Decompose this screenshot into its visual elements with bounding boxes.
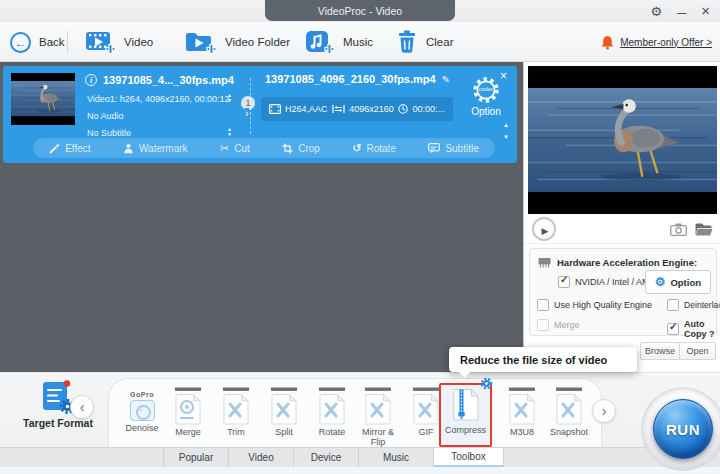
deinterlacing-row: Deinterlacing: [667, 299, 720, 311]
tool-trim[interactable]: Trim: [213, 385, 259, 437]
duration-chip: 00:00:...: [398, 104, 445, 114]
tool-mirror-flip[interactable]: Mirror & Flip: [355, 385, 401, 448]
open-folder-icon[interactable]: [695, 223, 713, 236]
codec-chip: H264,AAC: [269, 104, 328, 114]
video-track-info: Video1: h264, 4096x2160, 00:00:12: [87, 94, 229, 104]
tab-rotate[interactable]: Rotate: [352, 142, 396, 155]
bottom-tab-bar: Popular Video Device Music Toolbox: [0, 447, 720, 467]
window-title: VideoProc - Video: [265, 0, 455, 21]
tool-split-label: Split: [261, 427, 307, 437]
tool-merge[interactable]: Merge: [165, 385, 211, 437]
back-label: Back: [39, 36, 65, 48]
tab-effect[interactable]: Effect: [49, 143, 90, 154]
bottom-edge-strip: [0, 467, 720, 474]
tab-cut[interactable]: Cut: [220, 142, 250, 155]
subtitle-track-selector-icon[interactable]: ▲▼: [227, 127, 232, 136]
window-controls: [651, 0, 710, 22]
rename-pencil-icon[interactable]: [442, 73, 450, 85]
duration-value: 00:00:...: [412, 104, 445, 114]
member-offer-label: Member-only Offer >: [620, 37, 712, 48]
speech-bubble-icon: [428, 143, 440, 154]
open-button[interactable]: Open: [680, 342, 716, 360]
tab-effect-label: Effect: [65, 143, 90, 154]
play-button[interactable]: [532, 217, 556, 241]
codec-option-button[interactable]: codec Option: [455, 75, 517, 117]
tool-split[interactable]: Split: [261, 385, 307, 437]
merge-checkbox[interactable]: [537, 319, 549, 331]
tools-scroll-left-button[interactable]: [70, 395, 94, 419]
scroll-down-icon[interactable]: ▼: [503, 134, 509, 140]
codec-option-label: Option: [455, 106, 517, 117]
file-name-short: 13971085_4..._30fps.mp4: [103, 74, 234, 86]
option-gear-icon: [655, 275, 666, 289]
tab-subtitle[interactable]: Subtitle: [428, 143, 478, 154]
tab-bar-spacer: [0, 448, 164, 467]
file-name-full: 13971085_4096_2160_30fps.mp4: [265, 73, 436, 85]
file-name-short-row: i 13971085_4..._30fps.mp4: [85, 74, 234, 86]
media-item[interactable]: i 13971085_4..._30fps.mp4 Video1: h264, …: [3, 66, 517, 163]
gpu-checkbox[interactable]: [558, 276, 570, 288]
titlebar: VideoProc - Video: [0, 0, 720, 22]
deinterlacing-checkbox[interactable]: [667, 299, 679, 311]
close-icon[interactable]: [701, 3, 710, 19]
tab-popular[interactable]: Popular: [164, 448, 229, 467]
add-music-button[interactable]: Music: [305, 22, 373, 62]
tool-denoise[interactable]: GoPro Denoise: [119, 391, 165, 433]
settings-gear-icon[interactable]: [651, 3, 663, 19]
info-icon[interactable]: i: [85, 74, 97, 86]
tab-watermark-label: Watermark: [139, 143, 188, 154]
scroll-up-icon[interactable]: ▲: [503, 122, 509, 128]
compress-settings-gear-icon[interactable]: [480, 377, 493, 390]
hardware-title-row: Hardware Acceleration Engine:: [537, 256, 697, 268]
tool-snapshot-label: Snapshot: [543, 427, 595, 437]
member-offer-link[interactable]: Member-only Offer >: [601, 22, 712, 62]
tools-scroll-right-button[interactable]: [592, 399, 616, 423]
tool-compress-label: Compress: [441, 425, 490, 435]
rotate-file-icon: [309, 385, 355, 425]
run-button[interactable]: RUN: [653, 399, 713, 459]
tool-merge-label: Merge: [165, 427, 211, 437]
item-divider: [250, 78, 251, 134]
video-label: Video: [124, 36, 153, 48]
add-video-button[interactable]: Video: [85, 22, 153, 62]
tab-toolbox[interactable]: Toolbox: [434, 448, 504, 467]
hardware-option-button[interactable]: Option: [645, 270, 711, 294]
clear-button[interactable]: Clear: [396, 22, 453, 62]
tools-container: GoPro Denoise Merge: [108, 378, 602, 448]
video-track-selector-icon[interactable]: ▲▼: [227, 93, 232, 102]
hardware-title: Hardware Acceleration Engine:: [557, 257, 697, 268]
chip-icon: [537, 256, 552, 268]
snapshot-camera-icon[interactable]: [670, 223, 687, 236]
video-add-icon: [85, 30, 116, 54]
resolution-chip: 4096x2160: [332, 104, 394, 114]
videoproc-window: VideoProc - Video Back Video: [0, 0, 720, 474]
tool-m3u8[interactable]: M3U8: [499, 385, 545, 437]
tab-cut-label: Cut: [234, 143, 250, 154]
browse-button[interactable]: Browse: [640, 342, 680, 360]
file-name-full-row: 13971085_4096_2160_30fps.mp4: [265, 73, 450, 85]
video-thumbnail[interactable]: [11, 73, 75, 125]
tab-video[interactable]: Video: [229, 448, 294, 467]
add-video-folder-button[interactable]: Video Folder: [185, 22, 290, 62]
trash-icon: [396, 30, 418, 54]
minimize-icon[interactable]: [677, 3, 686, 19]
gpu-label: NVIDIA / Intel / AMD: [575, 277, 656, 287]
high-quality-checkbox[interactable]: [537, 299, 549, 311]
back-button[interactable]: Back: [10, 22, 65, 62]
tool-snapshot[interactable]: Snapshot: [543, 385, 595, 437]
tab-music[interactable]: Music: [359, 448, 434, 467]
codec-gear-word: codec: [455, 86, 517, 92]
tool-compress[interactable]: Compress: [439, 383, 492, 447]
tab-watermark[interactable]: Watermark: [123, 143, 188, 154]
tool-rotate[interactable]: Rotate: [309, 385, 355, 437]
tab-device[interactable]: Device: [294, 448, 359, 467]
tab-crop[interactable]: Crop: [282, 143, 320, 154]
remove-item-icon[interactable]: [500, 70, 507, 82]
auto-copy-label: Auto Copy ?: [684, 319, 716, 339]
auto-copy-checkbox[interactable]: [667, 323, 679, 335]
trim-file-icon: [213, 385, 259, 425]
magic-wand-icon: [49, 143, 60, 154]
clear-label: Clear: [426, 36, 453, 48]
toolbar-divider: [67, 31, 68, 53]
video-preview[interactable]: [528, 66, 717, 214]
